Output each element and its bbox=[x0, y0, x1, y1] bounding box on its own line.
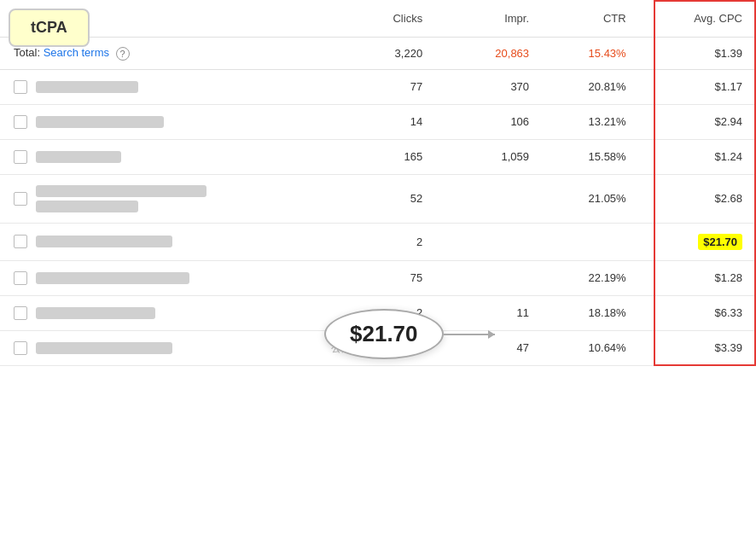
table-header: Clicks Impr. CTR Avg. CPC bbox=[0, 0, 756, 38]
col-header-clicks: Clicks bbox=[329, 0, 436, 38]
row-avg-cpc: $6.33 bbox=[640, 295, 756, 330]
table-row: 14 106 13.21% $2.94 bbox=[0, 104, 756, 139]
row-ctr: 21.05% bbox=[543, 174, 640, 223]
blurred-keyword bbox=[36, 342, 172, 354]
row-ctr: 22.19% bbox=[543, 260, 640, 295]
row-impr bbox=[436, 260, 543, 295]
row-ctr: 15.58% bbox=[543, 139, 640, 174]
row-checkbox[interactable] bbox=[14, 306, 27, 320]
row-checkbox[interactable] bbox=[14, 341, 27, 355]
callout-bubble: $21.70 bbox=[324, 309, 495, 359]
blurred-keyword bbox=[36, 116, 164, 128]
blurred-keyword bbox=[36, 151, 121, 163]
row-avg-cpc: $2.68 bbox=[640, 174, 756, 223]
row-checkbox[interactable] bbox=[14, 192, 27, 206]
table-row: 75 22.19% $1.28 bbox=[0, 260, 756, 295]
row-clicks: 14 bbox=[329, 104, 436, 139]
tcpa-header: tCPA bbox=[9, 9, 90, 47]
total-avg-cpc: $1.39 bbox=[640, 38, 756, 70]
row-clicks: 165 bbox=[329, 139, 436, 174]
row-avg-cpc: $1.28 bbox=[640, 260, 756, 295]
total-impr: 20,863 bbox=[436, 38, 543, 70]
row-impr: 1,059 bbox=[436, 139, 543, 174]
row-checkbox[interactable] bbox=[14, 271, 27, 285]
blurred-keyword bbox=[36, 307, 155, 319]
blurred-keyword bbox=[36, 236, 172, 247]
row-clicks: 52 bbox=[329, 174, 436, 223]
row-ctr: 13.21% bbox=[543, 104, 640, 139]
total-ctr: 15.43% bbox=[543, 38, 640, 70]
table-row: 52 21.05% $2.68 bbox=[0, 174, 756, 223]
table-row: 165 1,059 15.58% $1.24 bbox=[0, 139, 756, 174]
col-header-ctr: CTR bbox=[543, 0, 640, 38]
row-avg-cpc: $3.39 bbox=[640, 330, 756, 365]
row-clicks: 75 bbox=[329, 260, 436, 295]
help-icon[interactable]: ? bbox=[116, 47, 130, 61]
col-header-impr: Impr. bbox=[436, 0, 543, 38]
row-checkbox[interactable] bbox=[14, 150, 27, 164]
row-clicks: 77 bbox=[329, 69, 436, 104]
table-row: 2 $21.70 bbox=[0, 223, 756, 260]
callout-arrow bbox=[444, 334, 495, 335]
col-header-avg-cpc: Avg. CPC bbox=[640, 0, 756, 38]
row-impr: 106 bbox=[436, 104, 543, 139]
row-ctr bbox=[543, 223, 640, 260]
row-checkbox[interactable] bbox=[14, 80, 27, 94]
row-impr bbox=[436, 223, 543, 260]
row-ctr: 18.18% bbox=[543, 295, 640, 330]
table-row: 77 370 20.81% $1.17 bbox=[0, 69, 756, 104]
row-avg-cpc: $1.17 bbox=[640, 69, 756, 104]
row-impr: 370 bbox=[436, 69, 543, 104]
row-avg-cpc: $1.24 bbox=[640, 139, 756, 174]
row-avg-cpc: $2.94 bbox=[640, 104, 756, 139]
blurred-keyword bbox=[36, 81, 138, 93]
tcpa-label: tCPA bbox=[31, 19, 67, 36]
blurred-keyword bbox=[36, 185, 206, 212]
callout-value: $21.70 bbox=[324, 309, 444, 359]
row-ctr: 20.81% bbox=[543, 69, 640, 104]
row-impr bbox=[436, 174, 543, 223]
total-label: Total: Search terms ? bbox=[14, 46, 130, 59]
row-clicks: 2 bbox=[329, 223, 436, 260]
row-ctr: 10.64% bbox=[543, 330, 640, 365]
blurred-keyword bbox=[36, 272, 189, 284]
row-checkbox[interactable] bbox=[14, 235, 27, 248]
total-clicks: 3,220 bbox=[329, 38, 436, 70]
row-checkbox[interactable] bbox=[14, 115, 27, 129]
row-avg-cpc-highlighted: $21.70 bbox=[640, 223, 756, 260]
total-row: Total: Search terms ? 3,220 20,863 15.43… bbox=[0, 38, 756, 70]
